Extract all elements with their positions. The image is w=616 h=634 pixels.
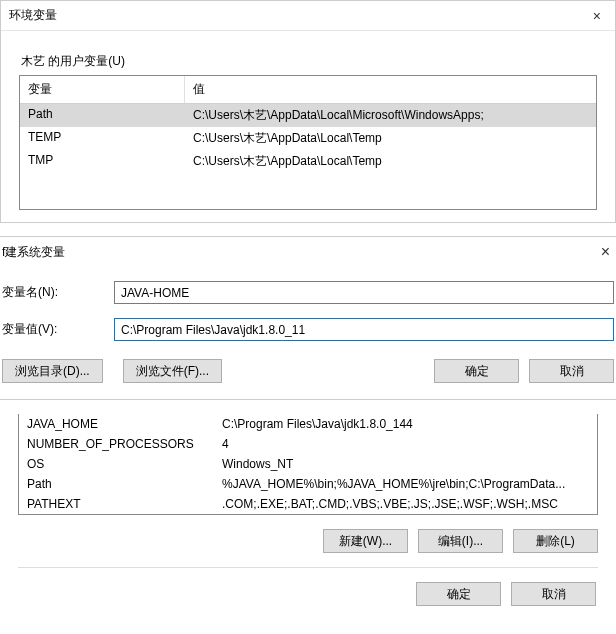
table-row[interactable]: TEMP C:\Users\木艺\AppData\Local\Temp: [20, 127, 596, 150]
edit-button[interactable]: 编辑(I)...: [418, 529, 503, 553]
new-sys-var-dialog: f建系统变量 × 变量名(N): 变量值(V): 浏览目录(D)... 浏览文件…: [0, 236, 616, 400]
var-value: .COM;.EXE;.BAT;.CMD;.VBS;.VBE;.JS;.JSE;.…: [214, 494, 597, 514]
titlebar: f建系统变量 ×: [0, 237, 616, 267]
user-var-rows: Path C:\Users\木艺\AppData\Local\Microsoft…: [20, 104, 596, 173]
var-name: Path: [20, 104, 185, 127]
cancel-button[interactable]: 取消: [529, 359, 614, 383]
table-row[interactable]: PATHEXT .COM;.EXE;.BAT;.CMD;.VBS;.VBE;.J…: [19, 494, 597, 514]
dialog-title: f建系统变量: [2, 244, 65, 261]
col-header-variable[interactable]: 变量: [20, 76, 185, 103]
var-name-label: 变量名(N):: [2, 284, 114, 301]
var-name: JAVA_HOME: [19, 414, 214, 434]
user-vars-label: 木艺 的用户变量(U): [21, 53, 597, 70]
var-name-row: 变量名(N):: [2, 281, 614, 304]
var-name: NUMBER_OF_PROCESSORS: [19, 434, 214, 454]
env-vars-dialog: 环境变量 × 木艺 的用户变量(U) 变量 值 Path C:\Users\木艺…: [0, 0, 616, 223]
button-row: 浏览目录(D)... 浏览文件(F)... 确定 取消: [2, 359, 614, 383]
table-row[interactable]: Path C:\Users\木艺\AppData\Local\Microsoft…: [20, 104, 596, 127]
delete-button[interactable]: 删除(L): [513, 529, 598, 553]
var-name: TMP: [20, 150, 185, 173]
ok-button[interactable]: 确定: [416, 582, 501, 606]
var-value: C:\Users\木艺\AppData\Local\Temp: [185, 127, 596, 150]
new-button[interactable]: 新建(W)...: [323, 529, 408, 553]
col-header-value[interactable]: 值: [185, 76, 596, 103]
var-value: C:\Users\木艺\AppData\Local\Temp: [185, 150, 596, 173]
ok-button[interactable]: 确定: [434, 359, 519, 383]
var-name: Path: [19, 474, 214, 494]
var-value: Windows_NT: [214, 454, 597, 474]
var-name: TEMP: [20, 127, 185, 150]
var-value-input[interactable]: [114, 318, 614, 341]
left-buttons: 浏览目录(D)... 浏览文件(F)...: [2, 359, 222, 383]
var-name-input[interactable]: [114, 281, 614, 304]
dialog-title: 环境变量: [9, 7, 57, 24]
table-row[interactable]: JAVA_HOME C:\Program Files\Java\jdk1.8.0…: [19, 414, 597, 434]
var-name: OS: [19, 454, 214, 474]
sys-var-rows: JAVA_HOME C:\Program Files\Java\jdk1.8.0…: [19, 414, 597, 514]
var-value-row: 变量值(V):: [2, 318, 614, 341]
table-row[interactable]: TMP C:\Users\木艺\AppData\Local\Temp: [20, 150, 596, 173]
var-value: %JAVA_HOME%\bin;%JAVA_HOME%\jre\bin;C:\P…: [214, 474, 597, 494]
browse-dir-button[interactable]: 浏览目录(D)...: [2, 359, 103, 383]
system-vars-section: JAVA_HOME C:\Program Files\Java\jdk1.8.0…: [0, 414, 616, 606]
var-name: PATHEXT: [19, 494, 214, 514]
close-icon[interactable]: ×: [587, 8, 607, 24]
dialog-content: 木艺 的用户变量(U) 变量 值 Path C:\Users\木艺\AppDat…: [1, 31, 615, 222]
table-row[interactable]: Path %JAVA_HOME%\bin;%JAVA_HOME%\jre\bin…: [19, 474, 597, 494]
browse-file-button[interactable]: 浏览文件(F)...: [123, 359, 222, 383]
list-header: 变量 值: [20, 76, 596, 104]
close-icon[interactable]: ×: [601, 243, 612, 261]
spacer: [20, 173, 596, 209]
var-value: 4: [214, 434, 597, 454]
user-vars-list[interactable]: 变量 值 Path C:\Users\木艺\AppData\Local\Micr…: [19, 75, 597, 210]
table-row[interactable]: NUMBER_OF_PROCESSORS 4: [19, 434, 597, 454]
table-row[interactable]: OS Windows_NT: [19, 454, 597, 474]
dialog-final-buttons: 确定 取消: [18, 567, 598, 606]
var-value: C:\Program Files\Java\jdk1.8.0_144: [214, 414, 597, 434]
system-vars-list[interactable]: JAVA_HOME C:\Program Files\Java\jdk1.8.0…: [18, 414, 598, 515]
var-value-label: 变量值(V):: [2, 321, 114, 338]
titlebar: 环境变量 ×: [1, 1, 615, 31]
cancel-button[interactable]: 取消: [511, 582, 596, 606]
sys-var-buttons: 新建(W)... 编辑(I)... 删除(L): [18, 529, 598, 553]
var-value: C:\Users\木艺\AppData\Local\Microsoft\Wind…: [185, 104, 596, 127]
right-buttons: 确定 取消: [434, 359, 614, 383]
